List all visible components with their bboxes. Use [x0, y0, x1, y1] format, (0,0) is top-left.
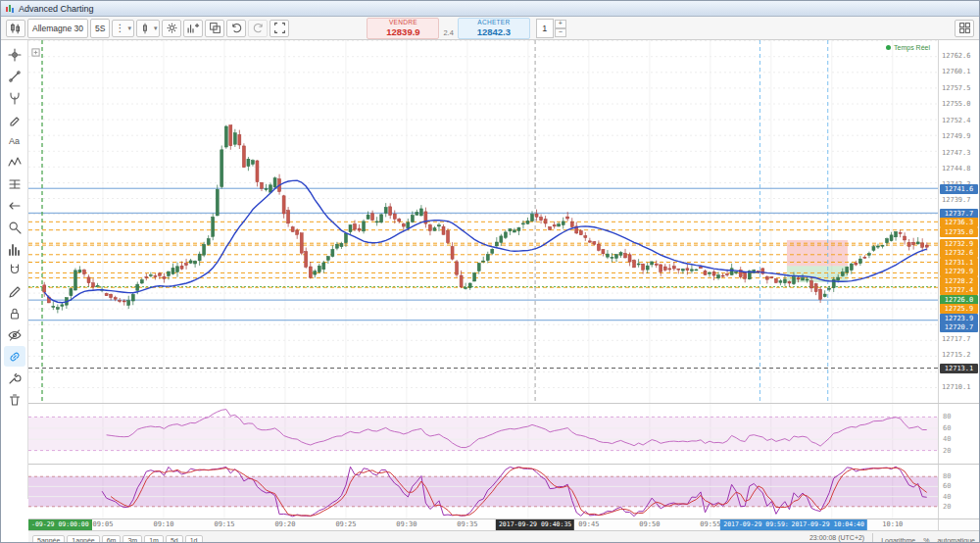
indicator-tick: 80	[943, 472, 951, 480]
price-chart[interactable]: Temps Réel	[28, 40, 938, 403]
compare-button[interactable]	[205, 20, 224, 37]
grid-layout-icon	[958, 22, 971, 34]
price-label: 12713.1	[940, 364, 978, 373]
range-button-3m[interactable]: 3m	[122, 535, 142, 543]
price-tick: 12717.7	[942, 335, 971, 343]
range-button-1d[interactable]: 1d	[185, 535, 203, 543]
price-tick: 12760.1	[942, 68, 971, 75]
price-label: 12728.2	[940, 276, 978, 286]
rsi-scale[interactable]: 80604020	[938, 404, 979, 464]
pencil-tool[interactable]	[4, 281, 25, 302]
price-label: 12736.3	[940, 218, 978, 227]
redo-icon	[252, 22, 265, 34]
title-bar[interactable]: Advanced Charting	[1, 1, 979, 17]
rsi-pane[interactable]	[28, 404, 938, 464]
indicator-tick: 40	[943, 435, 951, 443]
layout-button[interactable]	[955, 20, 974, 37]
series-type-button[interactable]: ▾	[136, 20, 161, 37]
scale-options: Logarithme%automatique	[873, 529, 975, 543]
interval-select[interactable]: 5S	[90, 19, 110, 38]
range-button-5année[interactable]: 5année	[32, 535, 65, 543]
measure-tool[interactable]	[4, 238, 25, 259]
quantity-value[interactable]: 1	[536, 19, 554, 38]
pitchfork-tool[interactable]	[4, 87, 25, 108]
text-tool[interactable]: Aa	[4, 130, 25, 151]
price-tick: 12757.5	[942, 84, 971, 92]
stochastic-pane[interactable]	[28, 465, 938, 518]
price-tick: 12747.3	[942, 149, 971, 157]
range-button-5d[interactable]: 5d	[166, 535, 183, 543]
chevron-down-icon: ▾	[127, 25, 131, 32]
text-tool-label: Aa	[9, 136, 20, 146]
clock-label: 23:00:08 (UTC+2)	[809, 534, 864, 541]
price-label: 12741.6	[940, 184, 978, 194]
magnet-tool[interactable]	[4, 260, 25, 280]
trendline-tool[interactable]	[4, 66, 25, 86]
pitchfork-tool-icon	[8, 91, 22, 105]
time-label: 09:50	[639, 520, 660, 528]
sell-button[interactable]: VENDRE 12839.9	[367, 18, 439, 39]
time-label: 09:30	[396, 520, 416, 528]
crosshair-tool[interactable]	[4, 44, 25, 65]
price-label: 12732.6	[940, 248, 978, 258]
price-label: 12723.9	[940, 314, 978, 323]
zoom-tool[interactable]	[4, 217, 25, 237]
undo-icon	[230, 22, 243, 34]
fib-levels-tool[interactable]	[4, 173, 25, 194]
stochastic-pane-row: 80604020	[28, 464, 979, 518]
time-label: 09:35	[457, 520, 477, 528]
brush-tool[interactable]	[4, 109, 25, 129]
price-label: 12726.0	[940, 295, 978, 305]
fullscreen-button[interactable]	[270, 20, 289, 37]
zoom-tool-icon	[8, 221, 22, 234]
lock-tool[interactable]	[4, 303, 25, 323]
time-label: 09:55	[700, 520, 720, 528]
scale-option-logarithme[interactable]: Logarithme	[881, 537, 915, 543]
scale-option-automatique[interactable]: automatique	[937, 537, 975, 543]
arrow-tool[interactable]	[4, 195, 25, 216]
quantity-decrease-button[interactable]: −	[555, 28, 566, 37]
price-label: 12735.0	[940, 227, 978, 237]
expand-pane-icon[interactable]	[31, 43, 40, 61]
price-tick: 12762.6	[942, 52, 971, 60]
price-tick: 12739.7	[942, 196, 971, 204]
range-button-6m[interactable]: 6m	[102, 535, 122, 543]
link-charts-tool-icon	[8, 350, 22, 364]
settings-button[interactable]	[162, 20, 181, 37]
symbol-select[interactable]: Allemagne 30	[27, 19, 88, 38]
hide-drawings-tool-icon	[8, 328, 22, 342]
sell-price: 12839.9	[386, 27, 419, 37]
chart-style-button[interactable]	[6, 20, 25, 37]
quantity-stepper: 1 + −	[536, 19, 566, 38]
indicators-button[interactable]	[183, 20, 203, 37]
price-tick: 12755.0	[942, 100, 971, 108]
tools-tool[interactable]	[4, 368, 25, 388]
chart-body: Aa Temps Réel 12762.612760.112757.512755…	[1, 40, 979, 499]
hide-drawings-tool[interactable]	[4, 324, 25, 345]
magnet-tool-icon	[8, 264, 22, 277]
redo-button[interactable]	[248, 20, 268, 37]
chart-menu-button[interactable]: ⋮▾	[112, 20, 134, 37]
advanced-charting-window: Advanced Charting Allemagne 30 5S ⋮▾ ▾	[0, 0, 980, 543]
trash-tool[interactable]	[4, 389, 25, 410]
app-icon	[5, 0, 15, 18]
price-scale[interactable]: 12762.612760.112757.512755.012752.412749…	[938, 40, 979, 403]
time-axis[interactable]: 09:0509:1009:1509:2009:2509:3009:3509:40…	[28, 519, 938, 530]
buy-button[interactable]: ACHETER 12842.3	[458, 18, 530, 39]
time-label: 09:20	[274, 520, 295, 528]
price-label: 12727.4	[940, 285, 978, 295]
stochastic-scale[interactable]: 80604020	[938, 465, 979, 518]
brush-tool-icon	[8, 113, 22, 126]
scale-option-percent[interactable]: %	[923, 537, 929, 543]
range-button-1année[interactable]: 1année	[67, 535, 99, 543]
main-chart-row: Temps Réel 12762.612760.112757.512755.01…	[28, 40, 979, 403]
realtime-dot-icon	[886, 45, 891, 50]
price-label: 12725.9	[940, 304, 978, 314]
price-tick: 12744.8	[942, 165, 971, 173]
link-charts-tool[interactable]	[4, 346, 25, 367]
range-button-1m[interactable]: 1m	[144, 535, 164, 543]
arrow-tool-icon	[8, 199, 22, 213]
elliott-wave-tool[interactable]	[4, 152, 25, 173]
quantity-increase-button[interactable]: +	[555, 20, 566, 28]
undo-button[interactable]	[226, 20, 246, 37]
